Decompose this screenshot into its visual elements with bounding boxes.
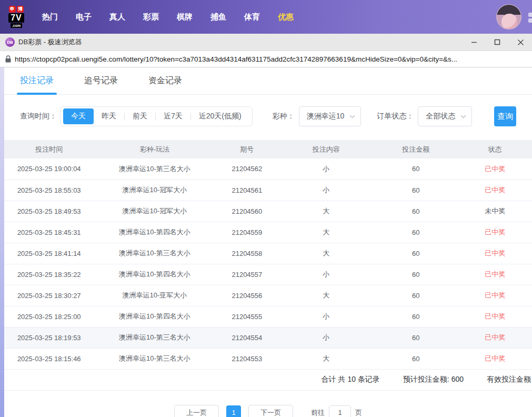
column-header: 期号 <box>215 140 278 158</box>
bet-records-table: 投注时间彩种-玩法期号投注内容投注金额状态 2025-03-25 19:00:0… <box>4 140 532 370</box>
cell-amount: 60 <box>374 180 458 201</box>
logo-badge-shen: 申 <box>9 6 16 13</box>
cell-content: 大 <box>279 222 374 243</box>
maximize-button[interactable] <box>486 34 509 51</box>
cell-content: 小 <box>279 180 374 201</box>
table-row: 2025-03-25 18:25:00澳洲幸运10-第四名大小21204555小… <box>4 306 532 327</box>
lottery-select[interactable]: 澳洲幸运10 <box>299 106 362 126</box>
column-header: 彩种-玩法 <box>94 140 216 158</box>
user-avatar[interactable] <box>496 4 521 29</box>
search-button[interactable]: 查询 <box>494 106 516 126</box>
cell-status: 已中奖 <box>458 222 532 243</box>
goto-page-input[interactable] <box>329 405 351 417</box>
cell-issue: 21204562 <box>215 158 278 180</box>
window-title: DB彩票 - 极速浏览器 <box>18 37 82 47</box>
cell-game: 澳洲幸运10-冠军大小 <box>94 201 216 222</box>
nav-sports[interactable]: 体育 <box>244 12 260 22</box>
table-row: 2025-03-25 18:41:14澳洲幸运10-第三名大小21204558大… <box>4 243 532 264</box>
content-panel: 投注记录追号记录资金记录 查询时间： 今天昨天前天近7天近20天(低频) 彩种：… <box>4 67 532 417</box>
cell-game: 澳洲幸运10-亚军大小 <box>94 285 216 306</box>
nav-hot[interactable]: 热门 <box>42 12 58 22</box>
cell-amount: 60 <box>374 348 458 369</box>
tab-fund-records[interactable]: 资金记录 <box>148 67 182 94</box>
cell-time: 2025-03-25 18:15:46 <box>4 348 94 369</box>
cell-time: 2025-03-25 18:41:14 <box>4 243 94 264</box>
logo-badges: 申 博 <box>9 6 24 13</box>
cell-amount: 60 <box>374 327 458 348</box>
cell-time: 2025-03-25 19:00:04 <box>4 158 94 180</box>
close-button[interactable] <box>509 34 532 51</box>
cell-amount: 60 <box>374 222 458 243</box>
nav-chess[interactable]: 棋牌 <box>177 12 193 22</box>
table-row: 2025-03-25 18:55:03澳洲幸运10-冠军大小21204561小6… <box>4 180 532 201</box>
column-header: 投注时间 <box>4 140 94 158</box>
site-logo[interactable]: 申 博 7V .com <box>4 6 28 28</box>
cell-issue: 21204557 <box>215 264 278 285</box>
page-body: 投注记录追号记录资金记录 查询时间： 今天昨天前天近7天近20天(低频) 彩种：… <box>0 67 532 417</box>
cell-time: 2025-03-25 18:49:53 <box>4 201 94 222</box>
summary-total-count: 合计 共 10 条记录 <box>322 375 380 384</box>
cell-time: 2025-03-25 18:55:03 <box>4 180 94 201</box>
cell-time: 2025-03-25 18:19:53 <box>4 327 94 348</box>
cell-content: 大 <box>279 285 374 306</box>
table-row: 2025-03-25 18:45:31澳洲幸运10-第四名大小21204559大… <box>4 222 532 243</box>
nav-promo[interactable]: 优惠 <box>278 12 294 22</box>
nav-fishing[interactable]: 捕鱼 <box>210 12 226 22</box>
cell-issue: 21204553 <box>215 348 278 369</box>
page-unit-label: 页 <box>355 408 362 417</box>
cell-amount: 60 <box>374 201 458 222</box>
cell-game: 澳洲幸运10-第四名大小 <box>94 306 216 327</box>
cell-game: 澳洲幸运10-第四名大小 <box>94 264 216 285</box>
current-page-button[interactable]: 1 <box>226 405 241 417</box>
order-status-value: 全部状态 <box>426 112 455 121</box>
table-body: 2025-03-25 19:00:04澳洲幸运10-第三名大小21204562小… <box>4 158 532 369</box>
url-text[interactable]: https://ctopcp02pcali.uengi5e.com/lotter… <box>15 55 457 63</box>
time-option-0[interactable]: 今天 <box>63 108 94 124</box>
table-row: 2025-03-25 18:35:22澳洲幸运10-第四名大小21204557小… <box>4 264 532 285</box>
time-option-4[interactable]: 近20天(低频) <box>191 108 249 124</box>
nav-slots[interactable]: 电子 <box>76 12 92 22</box>
time-option-3[interactable]: 近7天 <box>156 108 190 124</box>
summary-valid-amount: 有效投注金额 <box>487 375 531 384</box>
cell-game: 澳洲幸运10-第三名大小 <box>94 243 216 264</box>
cell-game: 澳洲幸运10-冠军大小 <box>94 180 216 201</box>
pagination: 上一页 1 下一页 前往 页 <box>4 405 532 417</box>
time-option-1[interactable]: 昨天 <box>94 108 124 124</box>
cutoff-edge-element <box>528 13 532 24</box>
browser-urlbar[interactable]: https://ctopcp02pcali.uengi5e.com/lotter… <box>0 51 532 67</box>
cell-amount: 60 <box>374 243 458 264</box>
cell-status: 已中奖 <box>458 243 532 264</box>
nav-live[interactable]: 真人 <box>109 12 125 22</box>
minimize-icon <box>471 39 477 45</box>
cell-amount: 60 <box>374 158 458 180</box>
column-header: 投注金额 <box>374 140 458 158</box>
chevron-down-icon <box>349 115 355 118</box>
logo-main-text: 7V <box>8 13 24 23</box>
cell-time: 2025-03-25 18:45:31 <box>4 222 94 243</box>
filter-bar: 查询时间： 今天昨天前天近7天近20天(低频) 彩种： 澳洲幸运10 订单状态：… <box>4 95 532 140</box>
order-status-select[interactable]: 全部状态 <box>418 106 472 126</box>
close-icon <box>517 39 524 46</box>
site-header: 申 博 7V .com 热门电子真人彩票棋牌捕鱼体育优惠 <box>0 0 532 34</box>
nav-lottery[interactable]: 彩票 <box>143 12 159 22</box>
cell-game: 澳洲幸运10-第四名大小 <box>94 222 216 243</box>
maximize-icon <box>494 39 500 45</box>
table-header: 投注时间彩种-玩法期号投注内容投注金额状态 <box>4 140 532 158</box>
cell-content: 大 <box>279 348 374 369</box>
cell-amount: 60 <box>374 264 458 285</box>
browser-titlebar: DB DB彩票 - 极速浏览器 <box>0 34 532 51</box>
cell-issue: 21204561 <box>215 180 278 201</box>
tab-chase-records[interactable]: 追号记录 <box>84 67 118 94</box>
time-option-2[interactable]: 前天 <box>125 108 155 124</box>
table-row: 2025-03-25 18:19:53澳洲幸运10-第三名大小21204554小… <box>4 327 532 348</box>
cell-content: 小 <box>279 306 374 327</box>
cell-amount: 60 <box>374 285 458 306</box>
logo-badge-bo: 博 <box>17 6 24 13</box>
next-page-button[interactable]: 下一页 <box>248 405 293 417</box>
tab-bet-records[interactable]: 投注记录 <box>20 67 54 94</box>
table-row: 2025-03-25 18:15:46澳洲幸运10-第三名大小21204553大… <box>4 348 532 369</box>
prev-page-button[interactable]: 上一页 <box>174 405 219 417</box>
cell-status: 已中奖 <box>458 285 532 306</box>
minimize-button[interactable] <box>463 34 486 51</box>
status-filter-label: 订单状态： <box>377 112 414 121</box>
